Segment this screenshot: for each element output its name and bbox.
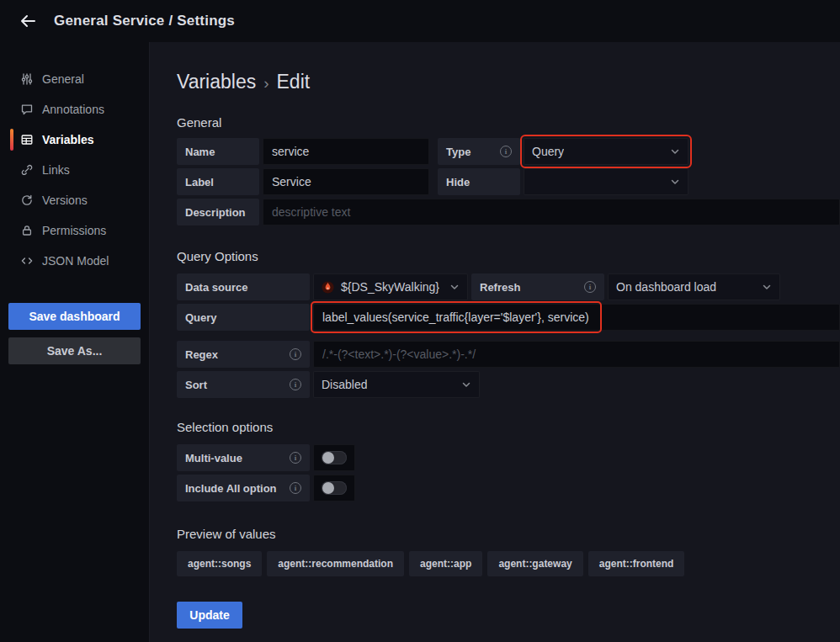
link-icon <box>20 163 34 177</box>
save-as-button[interactable]: Save As... <box>8 337 141 364</box>
preview-value-chip: agent::frontend <box>588 551 685 576</box>
breadcrumb-page: Edit <box>277 71 311 93</box>
variable-editor-panel: Variables › Edit General Name Type Query <box>150 42 840 642</box>
sidebar-item-annotations[interactable]: Annotations <box>0 94 149 125</box>
table-icon <box>20 133 34 146</box>
multi-value-toggle[interactable] <box>313 444 355 471</box>
query-row: Query <box>177 304 840 331</box>
sidebar-item-label: Versions <box>42 194 88 207</box>
dashboard-settings-screen: General Service / Settings General Annot… <box>0 0 840 642</box>
active-indicator <box>10 129 13 151</box>
description-input[interactable] <box>263 199 840 225</box>
include-all-row: Include All option <box>177 475 840 501</box>
include-all-toggle[interactable] <box>313 475 355 501</box>
comment-icon <box>20 103 34 116</box>
label-input[interactable] <box>263 168 429 195</box>
query-input[interactable] <box>313 304 840 331</box>
preview-value-chip: agent::recommendation <box>267 551 404 576</box>
preview-heading: Preview of values <box>177 527 840 541</box>
query-options-heading: Query Options <box>177 249 840 263</box>
chevron-down-icon <box>449 282 460 292</box>
chevron-down-icon <box>670 146 680 157</box>
top-navbar: General Service / Settings <box>0 0 840 42</box>
hide-label: Hide <box>438 168 520 195</box>
datasource-select[interactable]: ${DS_SkyWalking} <box>313 273 468 300</box>
general-section-heading: General <box>177 115 840 130</box>
preview-value-chip: agent::gateway <box>487 551 582 576</box>
chevron-down-icon <box>762 282 772 292</box>
info-icon[interactable] <box>290 452 301 464</box>
breadcrumb: Variables › Edit <box>177 71 840 93</box>
name-input[interactable] <box>263 138 429 165</box>
sidebar-item-label: General <box>42 72 84 86</box>
multi-value-label: Multi-value <box>177 444 310 471</box>
lock-icon <box>20 224 34 237</box>
type-select[interactable]: Query <box>524 138 688 165</box>
regex-row: Regex <box>177 341 840 368</box>
sidebar-item-general[interactable]: General <box>0 64 149 94</box>
name-label: Name <box>177 138 259 165</box>
name-type-row: Name Type Query <box>177 138 840 165</box>
prometheus-datasource-icon <box>322 281 334 294</box>
code-icon <box>20 254 34 268</box>
info-icon[interactable] <box>290 482 301 494</box>
selection-options-heading: Selection options <box>177 420 840 434</box>
description-label: Description <box>177 199 259 225</box>
sidebar-item-variables[interactable]: Variables <box>0 125 149 155</box>
sidebar-item-versions[interactable]: Versions <box>0 185 149 215</box>
regex-input[interactable] <box>313 341 840 368</box>
sidebar-item-links[interactable]: Links <box>0 155 149 185</box>
arrow-left-icon <box>19 12 37 30</box>
sidebar-item-label: JSON Model <box>42 254 109 268</box>
info-icon[interactable] <box>500 146 512 157</box>
multi-value-row: Multi-value <box>177 444 840 471</box>
history-icon <box>20 194 34 207</box>
regex-label: Regex <box>177 341 310 368</box>
datasource-label: Data source <box>177 273 310 300</box>
toggle-knob <box>322 452 334 464</box>
sidebar-item-permissions[interactable]: Permissions <box>0 215 149 246</box>
hide-select[interactable] <box>524 168 688 195</box>
sort-label: Sort <box>177 371 310 398</box>
sidebar-item-label: Variables <box>42 133 94 146</box>
preview-value-chip: agent::app <box>409 551 482 576</box>
toggle-track <box>322 451 347 464</box>
sort-row: Sort Disabled <box>177 371 840 398</box>
type-label: Type <box>438 138 520 165</box>
sidebar-item-label: Links <box>42 163 70 177</box>
info-icon[interactable] <box>584 281 596 293</box>
datasource-refresh-row: Data source ${DS_SkyWalking} <box>177 273 840 300</box>
save-dashboard-button[interactable]: Save dashboard <box>8 303 141 330</box>
toggle-knob <box>322 482 334 494</box>
sidebar-item-label: Annotations <box>42 103 104 116</box>
back-button[interactable] <box>13 7 42 35</box>
label-label: Label <box>177 168 259 195</box>
refresh-select[interactable]: On dashboard load <box>608 273 780 300</box>
preview-values: agent::songs agent::recommendation agent… <box>177 551 840 576</box>
label-hide-row: Label Hide <box>177 168 840 195</box>
sliders-icon <box>20 72 34 86</box>
update-button[interactable]: Update <box>177 602 242 629</box>
sort-select[interactable]: Disabled <box>313 371 480 398</box>
description-row: Description <box>177 199 840 225</box>
info-icon[interactable] <box>290 348 301 360</box>
chevron-down-icon <box>461 379 471 390</box>
settings-sidebar: General Annotations Variables <box>0 42 150 642</box>
chevron-down-icon <box>670 177 680 187</box>
preview-value-chip: agent::songs <box>177 551 262 576</box>
sidebar-item-json-model[interactable]: JSON Model <box>0 246 149 276</box>
page-title: General Service / Settings <box>54 13 235 29</box>
toggle-track <box>322 481 347 495</box>
sidebar-item-label: Permissions <box>42 224 106 237</box>
refresh-label: Refresh <box>471 273 604 300</box>
include-all-label: Include All option <box>177 475 310 501</box>
info-icon[interactable] <box>290 379 301 390</box>
breadcrumb-section[interactable]: Variables <box>177 71 256 93</box>
query-label: Query <box>177 304 310 331</box>
breadcrumb-separator: › <box>263 72 268 93</box>
